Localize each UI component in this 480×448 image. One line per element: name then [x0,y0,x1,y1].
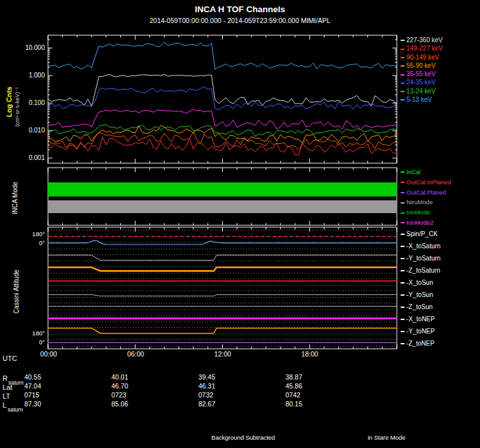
table-cell: 46.31 [198,382,215,390]
table-cell: 87.30 [24,400,41,408]
legend-item-149-227: 149-227 keV [401,44,443,52]
table-cell: 82.67 [198,400,215,408]
stare-mode-note: in Stare Mode [367,434,405,441]
xtick-1800: 18:00 [301,350,318,358]
background-subtracted-note: Background Subtracted [211,434,275,441]
table-cell: 40.55 [24,373,41,381]
legend-item-227-360: 227-360 keV [401,36,443,44]
ytick-0p1: 0.100 [13,99,45,106]
utc-label: UTC [3,355,17,362]
page-title: INCA H TOF Channels [0,4,480,14]
legend-item-y-tonep: -Y_toNEP [401,325,440,337]
xtick-0000: 00:00 [40,350,57,358]
legend-item-35-55: 35-55 keV [401,70,443,78]
table-cell: 38.87 [285,373,302,381]
xtick-0600: 06:00 [127,350,144,358]
legend-item-24-35: 24-35 keV [401,78,443,86]
legend-item-ionmode: IonMode [401,207,451,218]
legend-item-y-tosun: -Y_toSun [401,289,440,301]
attitude-legend: Spin/P_CK -X_toSaturn -Y_toSaturn -Z_toS… [401,228,440,349]
table-row: 87.30 85.06 82.67 80.15 [0,400,480,409]
table-cell: 45.86 [285,382,302,390]
counts-axis-units: (cm²-sr-s-keV)⁻¹ [14,87,20,127]
table-cell: 39.45 [198,373,215,381]
legend-item-neumode: NeuMode [401,197,451,207]
legend-item-5-13: 5-13 keV [401,95,443,104]
table-cell: 47.04 [24,382,41,390]
legend-item-incal: InCal [401,167,451,177]
attitude-tick-0-top: 0° [17,239,45,246]
legend-item-z-tosaturn: -Z_toSaturn [401,264,440,276]
legend-item-z-tonep: -Z_toNEP [401,337,440,349]
table-row: 47.04 46.70 46.31 45.86 [0,382,480,391]
table-row: 40.55 40.01 39.45 38.87 [0,373,480,382]
legend-item-ionmode2: IonMode2 [401,218,451,228]
time-range-subtitle: 2014-059T00:00:00.000 - 2014-059T23:59:0… [0,17,480,24]
inca-mode-legend: InCal OutCal:InPlaned OutCal:Planed NeuM… [401,167,451,228]
legend-item-x-tosun: -X_toSun [401,276,440,289]
legend-item-spin-pck: Spin/P_CK [401,228,440,240]
attitude-tick-0-bottom: 0° [17,339,45,346]
inca-mode-axis-label: INCA Mode [12,182,19,214]
legend-item-90-149: 90-149 keV [401,53,443,61]
ytick-10: 10.000 [13,44,45,51]
legend-item-x-tosaturn: -X_toSaturn [401,240,440,252]
table-cell: 85.06 [111,400,128,408]
table-cell: 0732 [198,391,213,399]
legend-item-outcal-planed: OutCal:Planed [401,188,451,198]
table-cell: 0742 [285,391,300,399]
ytick-1: 1.000 [13,72,45,79]
attitude-tick-180-bottom: 180° [17,330,45,337]
table-cell: 80.15 [285,400,302,408]
table-cell: 40.01 [111,373,128,381]
ytick-0p001: 0.001 [13,154,45,161]
counts-axis-label: Log Cnts [5,86,13,117]
xtick-1200: 12:00 [214,350,231,358]
table-cell: 46.70 [111,382,128,390]
cassini-attitude-axis-label: Cassini Attitude [13,269,20,314]
legend-item-x-tonep: -X_toNEP [401,313,440,325]
table-row: 0715 0723 0732 0742 [0,391,480,400]
legend-item-z-tosun: -Z_toSun [401,301,440,313]
attitude-tick-180-top: 180° [17,230,45,237]
table-cell: 0723 [111,391,126,399]
legend-item-13-24: 13-24 keV [401,87,443,95]
energy-channel-legend: 227-360 keV 149-227 keV 90-149 keV 55-90… [401,36,443,104]
inca-plot-window: INCA H TOF Channels 2014-059T00:00:00.00… [0,0,480,448]
table-cell: 0715 [24,391,39,399]
ytick-0p01: 0.010 [13,127,45,134]
legend-item-y-tosaturn: -Y_toSaturn [401,252,440,264]
legend-item-55-90: 55-90 keV [401,61,443,70]
legend-item-outcal-inplaned: OutCal:InPlaned [401,177,451,188]
